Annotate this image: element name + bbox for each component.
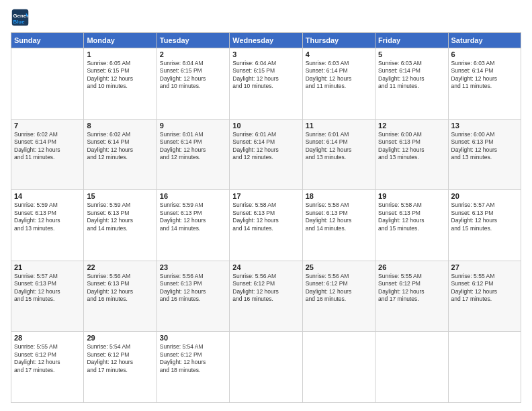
- cell-content: Sunrise: 6:05 AM Sunset: 6:15 PM Dayligh…: [87, 60, 153, 91]
- day-number: 10: [232, 122, 299, 130]
- cell-content: Sunrise: 6:02 AM Sunset: 6:14 PM Dayligh…: [87, 131, 153, 162]
- cell-content: Sunrise: 5:59 AM Sunset: 6:13 PM Dayligh…: [160, 201, 226, 232]
- day-number: 17: [232, 192, 299, 200]
- calendar-cell: 8Sunrise: 6:02 AM Sunset: 6:14 PM Daylig…: [84, 119, 157, 190]
- header: General Blue: [11, 8, 521, 27]
- day-number: 19: [378, 192, 445, 200]
- day-number: 26: [378, 263, 445, 271]
- cell-content: Sunrise: 6:01 AM Sunset: 6:14 PM Dayligh…: [160, 131, 226, 162]
- calendar-cell: 3Sunrise: 6:04 AM Sunset: 6:15 PM Daylig…: [230, 48, 302, 120]
- cell-content: Sunrise: 5:54 AM Sunset: 6:12 PM Dayligh…: [160, 343, 226, 374]
- calendar-cell: 4Sunrise: 6:03 AM Sunset: 6:14 PM Daylig…: [302, 48, 375, 120]
- day-number: 11: [306, 122, 372, 130]
- calendar-cell: 5Sunrise: 6:03 AM Sunset: 6:14 PM Daylig…: [375, 48, 448, 120]
- calendar-cell: 24Sunrise: 5:56 AM Sunset: 6:12 PM Dayli…: [230, 261, 302, 332]
- week-row-4: 21Sunrise: 5:57 AM Sunset: 6:13 PM Dayli…: [11, 261, 521, 332]
- cell-content: Sunrise: 5:55 AM Sunset: 6:12 PM Dayligh…: [378, 273, 445, 304]
- col-header-tuesday: Tuesday: [157, 33, 229, 48]
- cell-content: Sunrise: 5:57 AM Sunset: 6:13 PM Dayligh…: [14, 273, 81, 304]
- cell-content: Sunrise: 5:56 AM Sunset: 6:12 PM Dayligh…: [232, 273, 299, 304]
- cell-content: Sunrise: 5:57 AM Sunset: 6:13 PM Dayligh…: [451, 201, 518, 232]
- logo-icon: General Blue: [11, 8, 30, 27]
- calendar-cell: 26Sunrise: 5:55 AM Sunset: 6:12 PM Dayli…: [375, 261, 448, 332]
- cell-content: Sunrise: 5:58 AM Sunset: 6:13 PM Dayligh…: [232, 201, 299, 232]
- day-number: 3: [232, 50, 299, 58]
- cell-content: Sunrise: 6:01 AM Sunset: 6:14 PM Dayligh…: [306, 131, 372, 162]
- day-number: 13: [451, 122, 518, 130]
- calendar-cell: 21Sunrise: 5:57 AM Sunset: 6:13 PM Dayli…: [11, 261, 84, 332]
- calendar-cell: 2Sunrise: 6:04 AM Sunset: 6:15 PM Daylig…: [157, 48, 229, 120]
- calendar-table: SundayMondayTuesdayWednesdayThursdayFrid…: [11, 32, 521, 403]
- col-header-friday: Friday: [375, 33, 448, 48]
- week-row-3: 14Sunrise: 5:59 AM Sunset: 6:13 PM Dayli…: [11, 190, 521, 261]
- calendar-cell: 29Sunrise: 5:54 AM Sunset: 6:12 PM Dayli…: [84, 332, 157, 403]
- calendar-cell: [448, 332, 521, 403]
- page: General Blue SundayMondayTuesdayWednesda…: [0, 0, 532, 411]
- calendar-cell: 14Sunrise: 5:59 AM Sunset: 6:13 PM Dayli…: [11, 190, 84, 261]
- cell-content: Sunrise: 6:03 AM Sunset: 6:14 PM Dayligh…: [306, 60, 372, 91]
- cell-content: Sunrise: 5:56 AM Sunset: 6:12 PM Dayligh…: [306, 273, 372, 304]
- day-number: 29: [87, 334, 153, 342]
- calendar-cell: 23Sunrise: 5:56 AM Sunset: 6:13 PM Dayli…: [157, 261, 229, 332]
- calendar-cell: 30Sunrise: 5:54 AM Sunset: 6:12 PM Dayli…: [157, 332, 229, 403]
- cell-content: Sunrise: 6:03 AM Sunset: 6:14 PM Dayligh…: [451, 60, 518, 91]
- calendar-cell: [230, 332, 302, 403]
- day-number: 18: [306, 192, 372, 200]
- day-number: 16: [160, 192, 226, 200]
- calendar-cell: 19Sunrise: 5:58 AM Sunset: 6:13 PM Dayli…: [375, 190, 448, 261]
- col-header-monday: Monday: [84, 33, 157, 48]
- day-number: 24: [232, 263, 299, 271]
- day-number: 6: [451, 50, 518, 58]
- day-number: 28: [14, 334, 81, 342]
- cell-content: Sunrise: 5:59 AM Sunset: 6:13 PM Dayligh…: [14, 201, 81, 232]
- col-header-thursday: Thursday: [302, 33, 375, 48]
- cell-content: Sunrise: 5:55 AM Sunset: 6:12 PM Dayligh…: [451, 273, 518, 304]
- calendar-cell: 25Sunrise: 5:56 AM Sunset: 6:12 PM Dayli…: [302, 261, 375, 332]
- day-number: 1: [87, 50, 153, 58]
- calendar-cell: [302, 332, 375, 403]
- calendar-cell: 9Sunrise: 6:01 AM Sunset: 6:14 PM Daylig…: [157, 119, 229, 190]
- calendar-header-row: SundayMondayTuesdayWednesdayThursdayFrid…: [11, 33, 521, 48]
- cell-content: Sunrise: 5:58 AM Sunset: 6:13 PM Dayligh…: [378, 201, 445, 232]
- cell-content: Sunrise: 5:55 AM Sunset: 6:12 PM Dayligh…: [14, 343, 81, 374]
- calendar-cell: 10Sunrise: 6:01 AM Sunset: 6:14 PM Dayli…: [230, 119, 302, 190]
- day-number: 22: [87, 263, 153, 271]
- cell-content: Sunrise: 6:03 AM Sunset: 6:14 PM Dayligh…: [378, 60, 445, 91]
- cell-content: Sunrise: 6:00 AM Sunset: 6:13 PM Dayligh…: [451, 131, 518, 162]
- day-number: 23: [160, 263, 226, 271]
- day-number: 25: [306, 263, 372, 271]
- col-header-wednesday: Wednesday: [230, 33, 302, 48]
- day-number: 2: [160, 50, 226, 58]
- cell-content: Sunrise: 6:04 AM Sunset: 6:15 PM Dayligh…: [160, 60, 226, 91]
- week-row-1: 1Sunrise: 6:05 AM Sunset: 6:15 PM Daylig…: [11, 48, 521, 120]
- day-number: 15: [87, 192, 153, 200]
- svg-text:Blue: Blue: [13, 19, 26, 25]
- col-header-saturday: Saturday: [448, 33, 521, 48]
- calendar-cell: 1Sunrise: 6:05 AM Sunset: 6:15 PM Daylig…: [84, 48, 157, 120]
- col-header-sunday: Sunday: [11, 33, 84, 48]
- cell-content: Sunrise: 5:54 AM Sunset: 6:12 PM Dayligh…: [87, 343, 153, 374]
- day-number: 30: [160, 334, 226, 342]
- calendar-cell: 27Sunrise: 5:55 AM Sunset: 6:12 PM Dayli…: [448, 261, 521, 332]
- day-number: 4: [306, 50, 372, 58]
- cell-content: Sunrise: 5:56 AM Sunset: 6:13 PM Dayligh…: [87, 273, 153, 304]
- day-number: 12: [378, 122, 445, 130]
- day-number: 5: [378, 50, 445, 58]
- calendar-cell: 28Sunrise: 5:55 AM Sunset: 6:12 PM Dayli…: [11, 332, 84, 403]
- day-number: 20: [451, 192, 518, 200]
- cell-content: Sunrise: 5:58 AM Sunset: 6:13 PM Dayligh…: [306, 201, 372, 232]
- calendar-cell: [375, 332, 448, 403]
- cell-content: Sunrise: 5:59 AM Sunset: 6:13 PM Dayligh…: [87, 201, 153, 232]
- calendar-cell: [11, 48, 84, 120]
- day-number: 7: [14, 122, 81, 130]
- cell-content: Sunrise: 6:01 AM Sunset: 6:14 PM Dayligh…: [232, 131, 299, 162]
- cell-content: Sunrise: 6:04 AM Sunset: 6:15 PM Dayligh…: [232, 60, 299, 91]
- calendar-cell: 20Sunrise: 5:57 AM Sunset: 6:13 PM Dayli…: [448, 190, 521, 261]
- day-number: 8: [87, 122, 153, 130]
- calendar-cell: 7Sunrise: 6:02 AM Sunset: 6:14 PM Daylig…: [11, 119, 84, 190]
- calendar-cell: 11Sunrise: 6:01 AM Sunset: 6:14 PM Dayli…: [302, 119, 375, 190]
- calendar-cell: 16Sunrise: 5:59 AM Sunset: 6:13 PM Dayli…: [157, 190, 229, 261]
- cell-content: Sunrise: 6:00 AM Sunset: 6:13 PM Dayligh…: [378, 131, 445, 162]
- calendar-cell: 15Sunrise: 5:59 AM Sunset: 6:13 PM Dayli…: [84, 190, 157, 261]
- cell-content: Sunrise: 5:56 AM Sunset: 6:13 PM Dayligh…: [160, 273, 226, 304]
